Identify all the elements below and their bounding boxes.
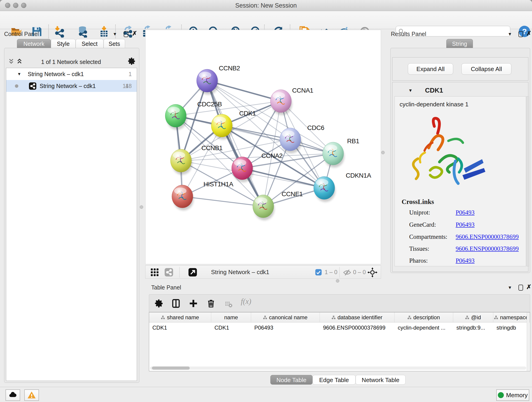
network-view-toolbar: String Network – cdk1 1 – 0 0 – 0 bbox=[145, 265, 381, 279]
delete-column-trash-icon[interactable] bbox=[206, 298, 216, 309]
table-panel-collapse-icon[interactable]: ▼ bbox=[508, 285, 512, 290]
crosslink-label: Pharos: bbox=[409, 257, 454, 264]
network-view[interactable]: CCNB2CCNA1CDC25BCDK1CDC6RB1CCNB1CCNA2CDK… bbox=[145, 30, 381, 264]
tab-network-table[interactable]: Network Table bbox=[355, 375, 405, 385]
node-label-CCNE1: CCNE1 bbox=[282, 191, 303, 198]
network-node-CCNB2[interactable] bbox=[196, 69, 218, 95]
horizontal-scrollbar[interactable] bbox=[150, 366, 526, 370]
tab-node-table[interactable]: Node Table bbox=[270, 375, 312, 385]
network-node-CDC6[interactable] bbox=[280, 128, 302, 153]
network-node-CCNB1[interactable] bbox=[171, 149, 192, 175]
tab-string-results[interactable]: String bbox=[446, 39, 473, 48]
control-panel-close-icon[interactable]: ✗ bbox=[132, 30, 137, 37]
hidden-eye-slash-icon[interactable] bbox=[343, 268, 351, 278]
network-node-CCNA2[interactable] bbox=[232, 157, 253, 182]
column-header-canonical-name[interactable]: canonical name bbox=[251, 313, 320, 322]
network-tree: ▼ String Network – cdk1 1 String Network… bbox=[6, 68, 137, 381]
network-edge[interactable] bbox=[182, 196, 263, 206]
network-edge[interactable] bbox=[176, 101, 281, 116]
fit-selected-crosshair-icon[interactable] bbox=[367, 267, 378, 279]
crosslink-compartments-link[interactable]: 9606.ENSP00000378699 bbox=[456, 233, 519, 240]
vertical-scrollbar[interactable] bbox=[527, 313, 529, 371]
column-header-namespace[interactable]: namespace bbox=[493, 313, 530, 322]
collapse-all-button[interactable]: Collapse All bbox=[462, 63, 511, 75]
birdseye-grid-icon[interactable] bbox=[150, 268, 159, 278]
tree-caret-icon[interactable]: ▼ bbox=[17, 72, 21, 77]
results-scrollbar[interactable] bbox=[526, 96, 529, 266]
control-panel-collapse-icon[interactable]: ▼ bbox=[113, 32, 117, 37]
network-node-CDKN1A[interactable] bbox=[314, 177, 336, 202]
protein-structure-image bbox=[402, 113, 494, 198]
table-settings-gear-icon[interactable] bbox=[154, 299, 164, 309]
column-label: namespace bbox=[500, 314, 528, 321]
network-node-CDC25B[interactable] bbox=[165, 104, 187, 130]
memory-button[interactable]: Memory bbox=[496, 389, 529, 401]
column-header-shared-name[interactable]: shared name bbox=[149, 313, 211, 322]
column-header-name[interactable]: name bbox=[211, 313, 251, 322]
left-splitter-handle[interactable] bbox=[140, 205, 143, 209]
node-label-CCNA1: CCNA1 bbox=[292, 87, 313, 94]
expand-all-networks-icon[interactable] bbox=[16, 58, 23, 65]
import-network-from-file-icon[interactable] bbox=[53, 26, 65, 38]
network-node-CCNA1[interactable] bbox=[270, 89, 292, 115]
column-header-description[interactable]: description bbox=[394, 313, 453, 322]
warnings-button[interactable] bbox=[24, 389, 39, 401]
status-bar: Memory bbox=[0, 387, 532, 402]
shared-column-icon bbox=[465, 314, 469, 321]
horizontal-scrollbar-thumb[interactable] bbox=[152, 366, 190, 370]
import-network-from-database-icon[interactable] bbox=[76, 26, 89, 38]
protein-description: cyclin-dependent kinase 1 bbox=[399, 101, 469, 108]
tab-network[interactable]: Network bbox=[17, 39, 51, 48]
crosslink-pharos-link[interactable]: P06493 bbox=[456, 257, 475, 264]
open-in-window-icon[interactable] bbox=[188, 268, 197, 278]
control-panel-float-icon[interactable] bbox=[124, 31, 128, 37]
network-node-HIST1H1A[interactable] bbox=[172, 185, 194, 211]
collapse-all-networks-icon[interactable] bbox=[8, 58, 15, 65]
table-cell[interactable]: CDK1 bbox=[211, 322, 251, 333]
crosslink-tissues-link[interactable]: 9606.ENSP00000378699 bbox=[456, 245, 519, 252]
network-type-icon bbox=[29, 82, 37, 91]
network-options-gear-icon[interactable] bbox=[127, 57, 136, 66]
table-panel-close-icon[interactable]: ✗ bbox=[526, 283, 532, 291]
crosslink-genecard-link[interactable]: P06493 bbox=[456, 221, 475, 228]
table-cell[interactable]: stringdb:9... bbox=[453, 322, 493, 333]
network-node-RB1[interactable] bbox=[323, 142, 344, 167]
tab-sets[interactable]: Sets bbox=[104, 39, 125, 48]
table-cell[interactable]: cyclin-dependent ... bbox=[394, 322, 453, 333]
tab-edge-table[interactable]: Edge Table bbox=[312, 375, 355, 385]
network-canvas[interactable]: CCNB2CCNA1CDC25BCDK1CDC6RB1CCNB1CCNA2CDK… bbox=[146, 30, 381, 264]
tab-select[interactable]: Select bbox=[76, 39, 104, 48]
results-panel-close-icon[interactable]: ✗ bbox=[526, 30, 532, 37]
node-label-CCNB1: CCNB1 bbox=[201, 144, 222, 152]
tab-style[interactable]: Style bbox=[51, 39, 76, 48]
network-share-icon[interactable] bbox=[164, 268, 173, 278]
right-splitter-handle[interactable] bbox=[381, 151, 385, 154]
table-row[interactable]: CDK1CDK1P064939606.ENSP00000378699cyclin… bbox=[149, 322, 530, 333]
column-header-database-identifier[interactable]: database identifier bbox=[320, 313, 394, 322]
column-header--id[interactable]: @id bbox=[453, 313, 493, 322]
network-node-CCNE1[interactable] bbox=[253, 195, 274, 220]
results-panel-collapse-icon[interactable]: ▼ bbox=[508, 32, 512, 37]
crosslink-uniprot-link[interactable]: P06493 bbox=[456, 209, 475, 216]
bottom-splitter-handle[interactable] bbox=[336, 279, 339, 283]
network-collection-row[interactable]: ▼ String Network – cdk1 1 bbox=[6, 68, 137, 80]
create-column-plus-icon[interactable] bbox=[189, 299, 198, 309]
selected-checkbox-icon[interactable] bbox=[315, 269, 322, 277]
network-node-CDK1[interactable] bbox=[211, 114, 233, 140]
table-cell[interactable]: 9606.ENSP00000378699 bbox=[320, 322, 394, 333]
window-title: Session: New Session bbox=[0, 2, 532, 9]
table-cell[interactable]: P06493 bbox=[251, 322, 320, 333]
results-panel-float-icon[interactable] bbox=[519, 31, 523, 37]
table-cell[interactable]: CDK1 bbox=[149, 322, 211, 333]
show-columns-icon[interactable] bbox=[171, 299, 181, 309]
expand-all-button[interactable]: Expand All bbox=[408, 63, 453, 75]
protein-section-caret-icon[interactable]: ▼ bbox=[408, 88, 413, 93]
import-table-from-file-icon[interactable] bbox=[98, 26, 110, 38]
network-row-selected[interactable]: String Network – cdk1 11 48 bbox=[6, 80, 137, 92]
table-panel-float-icon[interactable] bbox=[519, 285, 523, 291]
cloud-status-button[interactable] bbox=[6, 389, 20, 401]
node-label-CCNB2: CCNB2 bbox=[219, 65, 240, 72]
table-toolbar: f(x) bbox=[149, 294, 530, 312]
table-cell[interactable]: stringdb bbox=[493, 322, 530, 333]
crosslinks-heading: CrossLinks bbox=[402, 198, 434, 206]
